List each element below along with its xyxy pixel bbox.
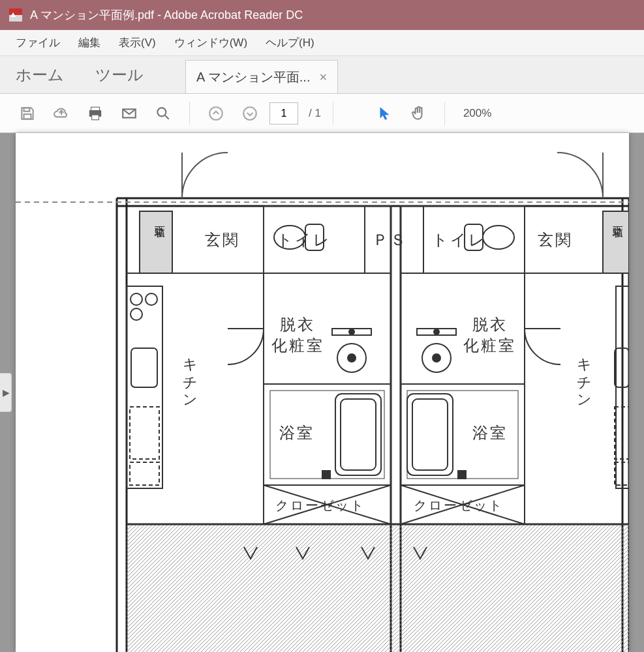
- label-datsui-left-1: 脱衣: [280, 314, 315, 335]
- svg-rect-69: [407, 394, 453, 475]
- hand-tool-button[interactable]: [404, 99, 433, 128]
- menu-help[interactable]: ヘルプ(H): [256, 31, 324, 54]
- tab-document[interactable]: A マンション平面... ×: [185, 60, 338, 93]
- svg-rect-3: [91, 107, 100, 110]
- window-title: A マンション平面例.pdf - Adobe Acrobat Reader DC: [30, 7, 303, 23]
- svg-rect-21: [140, 211, 172, 273]
- zoom-level-label[interactable]: 200%: [463, 107, 491, 120]
- select-tool-button[interactable]: [370, 99, 399, 128]
- svg-point-46: [130, 293, 142, 305]
- page-up-button[interactable]: [202, 99, 230, 128]
- titlebar: A マンション平面例.pdf - Adobe Acrobat Reader DC: [0, 0, 644, 30]
- svg-rect-37: [335, 394, 381, 475]
- document-viewport[interactable]: ▶: [0, 133, 644, 652]
- svg-rect-43: [127, 524, 629, 652]
- menubar: ファイル 編集 表示(V) ウィンドウ(W) ヘルプ(H): [0, 30, 644, 56]
- menu-view[interactable]: 表示(V): [110, 31, 165, 54]
- svg-point-58: [483, 226, 514, 249]
- svg-rect-49: [131, 348, 157, 387]
- svg-point-33: [349, 329, 354, 334]
- toolbar: / 1 200%: [0, 94, 644, 133]
- save-button[interactable]: [13, 99, 42, 128]
- label-genkan-left: 玄関: [205, 230, 240, 250]
- label-bath-right: 浴室: [472, 422, 508, 443]
- tab-document-label: A マンション平面...: [196, 68, 310, 86]
- svg-rect-39: [322, 471, 330, 479]
- label-datsui-right-1: 脱衣: [472, 314, 508, 335]
- svg-point-63: [433, 354, 440, 362]
- toolbar-separator-2: [333, 102, 333, 125]
- tab-close-button[interactable]: ×: [319, 70, 327, 85]
- tab-tools[interactable]: ツール: [80, 56, 159, 93]
- svg-rect-51: [130, 462, 159, 485]
- svg-rect-53: [603, 211, 629, 273]
- label-closet-left: クローゼット: [275, 497, 365, 514]
- page-down-button[interactable]: [236, 99, 264, 128]
- tabbar: ホーム ツール A マンション平面... ×: [0, 56, 644, 94]
- svg-point-65: [434, 329, 439, 334]
- toolbar-separator-3: [444, 102, 445, 125]
- label-kitchen-right: キチン: [574, 348, 594, 403]
- toolbar-separator: [189, 102, 190, 125]
- svg-point-47: [146, 293, 157, 305]
- floorplan-drawing: [16, 133, 629, 652]
- search-button[interactable]: [149, 99, 177, 128]
- svg-rect-71: [458, 471, 466, 479]
- svg-point-9: [243, 107, 256, 120]
- svg-rect-38: [341, 399, 376, 470]
- email-button[interactable]: [115, 99, 144, 128]
- svg-point-31: [348, 354, 356, 362]
- svg-point-48: [130, 308, 142, 320]
- svg-rect-50: [130, 407, 159, 459]
- label-bath-left: 浴室: [279, 422, 314, 443]
- menu-file[interactable]: ファイル: [7, 31, 69, 54]
- label-ps: ＰＳ: [373, 230, 408, 250]
- tab-home[interactable]: ホーム: [0, 56, 80, 93]
- pdf-page: 下駄箱 玄関 トイレ ＰＳ トイレ 玄関 下駄箱 脱衣 化粧室 脱衣 化粧室 浴…: [16, 133, 629, 652]
- label-getabako-left: 下駄箱: [153, 218, 166, 220]
- label-datsui-left-2: 化粧室: [271, 335, 324, 356]
- page-total-label: / 1: [309, 107, 321, 120]
- label-getabako-right: 下駄箱: [611, 218, 624, 220]
- label-closet-right: クローゼット: [414, 497, 504, 514]
- label-toilet-right: トイレ: [432, 230, 487, 250]
- svg-rect-1: [24, 108, 30, 111]
- svg-rect-70: [412, 399, 448, 470]
- label-toilet-left: トイレ: [277, 230, 331, 250]
- svg-point-8: [209, 107, 222, 120]
- pdf-icon: [8, 7, 23, 23]
- menu-edit[interactable]: 編集: [69, 31, 110, 54]
- page-number-input[interactable]: [269, 102, 298, 125]
- svg-point-7: [157, 108, 166, 116]
- label-genkan-right: 玄関: [538, 230, 573, 250]
- cloud-upload-button[interactable]: [47, 99, 76, 128]
- svg-rect-5: [92, 115, 99, 120]
- svg-rect-2: [24, 114, 31, 119]
- label-kitchen-left: キチン: [180, 348, 200, 403]
- menu-window[interactable]: ウィンドウ(W): [165, 31, 256, 54]
- print-button[interactable]: [81, 99, 110, 128]
- sidebar-expand-button[interactable]: ▶: [0, 373, 12, 412]
- label-datsui-right-2: 化粧室: [463, 335, 516, 356]
